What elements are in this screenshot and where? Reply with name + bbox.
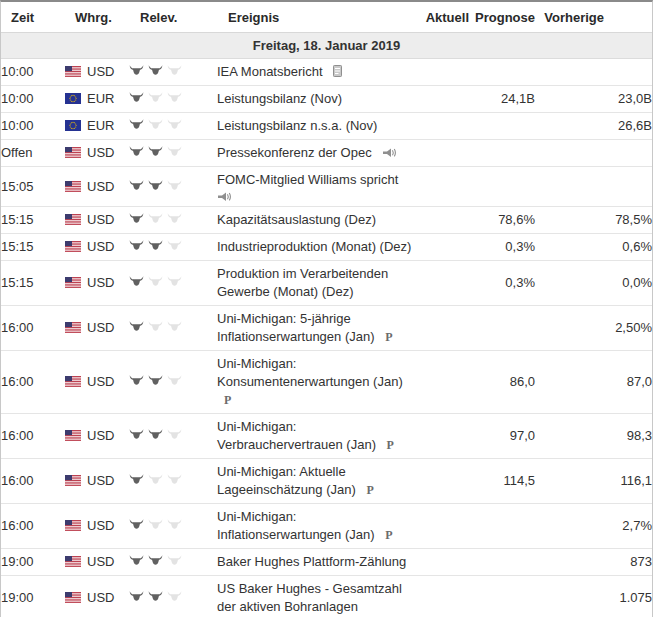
preliminary-marker: P (385, 330, 392, 344)
event-forecast (469, 59, 535, 86)
bull-icon (129, 119, 144, 130)
event-row[interactable]: 16:00 USD Uni-Michigan: Inflationserwart… (1, 504, 652, 549)
event-relevance (129, 261, 217, 306)
us-flag-icon (65, 322, 81, 333)
event-relevance (129, 351, 217, 414)
event-actual (417, 140, 469, 167)
event-currency: USD (65, 504, 129, 549)
event-row[interactable]: Offen USD Pressekonferenz der Opec (1, 140, 652, 167)
event-name[interactable]: Industrieproduktion (Monat) (Dez) (217, 239, 411, 254)
event-name[interactable]: Uni-Michigan: Aktuelle Lageeinschätzung … (217, 464, 356, 497)
event-time: 19:00 (1, 576, 65, 617)
eu-flag-icon (65, 93, 81, 104)
event-name[interactable]: US Baker Hughes - Gesamtzahl der aktiven… (217, 581, 402, 614)
bull-icon (129, 474, 144, 485)
bull-icon (167, 180, 182, 191)
report-icon[interactable] (333, 65, 343, 77)
header-row: Zeit Whrg. Relev. Ereignis Aktuell Progn… (1, 2, 652, 33)
bull-icon (129, 92, 144, 103)
event-row[interactable]: 15:15 USD Kapazitätsauslastung (Dez) 78,… (1, 207, 652, 234)
event-name[interactable]: Uni-Michigan: Inflationserwartungen (Jan… (217, 509, 375, 542)
event-rows: 10:00 USD IEA Monatsbericht (1, 59, 652, 617)
event-forecast (469, 140, 535, 167)
event-row[interactable]: 16:00 USD Uni-Michigan: Aktuelle Lageein… (1, 459, 652, 504)
currency-code: USD (87, 319, 114, 337)
currency-code: USD (87, 238, 114, 256)
bull-icon (148, 474, 163, 485)
currency-code: USD (87, 472, 114, 490)
event-row[interactable]: 16:00 USD Uni-Michigan: 5-jährige Inflat… (1, 306, 652, 351)
currency-code: USD (87, 589, 114, 607)
event-name-cell: Uni-Michigan: 5-jährige Inflationserwart… (217, 306, 417, 351)
us-flag-icon (65, 475, 81, 486)
event-name[interactable]: Leistungsbilanz (Nov) (217, 91, 342, 106)
bull-icon (148, 555, 163, 566)
event-name-cell: Baker Hughes Plattform-Zählung (217, 549, 417, 576)
speech-icon (217, 192, 417, 202)
event-name[interactable]: Uni-Michigan: Verbrauchervertrauen (Jan) (217, 419, 376, 452)
event-currency: USD (65, 167, 129, 207)
event-name[interactable]: Uni-Michigan: Konsumentenerwartungen (Ja… (217, 356, 403, 389)
currency-code: USD (87, 274, 114, 292)
event-row[interactable]: 19:00 USD Baker Hughes Plattform-Zählung… (1, 549, 652, 576)
event-name[interactable]: Baker Hughes Plattform-Zählung (217, 554, 406, 569)
bull-icon (148, 375, 163, 386)
event-relevance (129, 549, 217, 576)
currency-code: USD (87, 63, 114, 81)
us-flag-icon (65, 430, 81, 441)
event-row[interactable]: 15:05 USD FOMC-Mitglied Williams spricht (1, 167, 652, 207)
bull-icon (148, 276, 163, 287)
event-currency: EUR (65, 113, 129, 140)
event-row[interactable]: 16:00 USD Uni-Michigan: Verbrauchervertr… (1, 414, 652, 459)
us-flag-icon (65, 241, 81, 252)
bull-icon (167, 474, 182, 485)
event-time: 15:15 (1, 261, 65, 306)
column-header-zeit: Zeit (1, 2, 65, 33)
event-row[interactable]: 15:15 USD Produktion im Verarbeitenden G… (1, 261, 652, 306)
event-name[interactable]: Pressekonferenz der Opec (217, 145, 372, 160)
event-name[interactable]: Produktion im Verarbeitenden Gewerbe (Mo… (217, 266, 388, 299)
event-name[interactable]: FOMC-Mitglied Williams spricht (217, 172, 398, 187)
preliminary-marker: P (387, 438, 394, 452)
event-actual (417, 306, 469, 351)
event-previous (535, 167, 652, 207)
us-flag-icon (65, 556, 81, 567)
event-name[interactable]: Uni-Michigan: 5-jährige Inflationserwart… (217, 311, 375, 344)
event-previous: 1.075 (535, 576, 652, 617)
event-name-cell: Pressekonferenz der Opec (217, 140, 417, 167)
bull-icon (167, 276, 182, 287)
event-row[interactable]: 10:00 USD IEA Monatsbericht (1, 59, 652, 86)
event-currency: USD (65, 261, 129, 306)
column-header-prognose: Prognose (469, 2, 535, 33)
event-previous: 0,6% (535, 234, 652, 261)
us-flag-icon (65, 592, 81, 603)
bull-icon (167, 555, 182, 566)
event-relevance (129, 414, 217, 459)
event-previous: 2,50% (535, 306, 652, 351)
event-name-cell: IEA Monatsbericht (217, 59, 417, 86)
bull-icon (167, 92, 182, 103)
event-row[interactable]: 16:00 USD Uni-Michigan: Konsumentenerwar… (1, 351, 652, 414)
event-name[interactable]: Leistungsbilanz n.s.a. (Nov) (217, 118, 377, 133)
bull-icon (129, 375, 144, 386)
event-actual (417, 207, 469, 234)
event-row[interactable]: 10:00 EUR Leistungsbilanz (Nov) 24,1B 23… (1, 86, 652, 113)
event-time: 16:00 (1, 306, 65, 351)
event-actual (417, 261, 469, 306)
currency-code: EUR (87, 90, 114, 108)
bull-icon (148, 591, 163, 602)
event-row[interactable]: 10:00 EUR Leistungsbilanz n.s.a. (Nov) 2… (1, 113, 652, 140)
event-row[interactable]: 15:15 USD Industrieproduktion (Monat) (D… (1, 234, 652, 261)
bull-icon (129, 240, 144, 251)
event-relevance (129, 459, 217, 504)
event-relevance (129, 167, 217, 207)
event-previous: 116,1 (535, 459, 652, 504)
bull-icon (167, 321, 182, 332)
bull-icon (167, 375, 182, 386)
column-header-ereignis: Ereignis (217, 2, 417, 33)
event-currency: USD (65, 549, 129, 576)
event-row[interactable]: 19:00 USD US Baker Hughes - Gesamtzahl d… (1, 576, 652, 617)
event-name[interactable]: IEA Monatsbericht (217, 64, 323, 79)
event-name[interactable]: Kapazitätsauslastung (Dez) (217, 212, 376, 227)
bull-icon (148, 519, 163, 530)
